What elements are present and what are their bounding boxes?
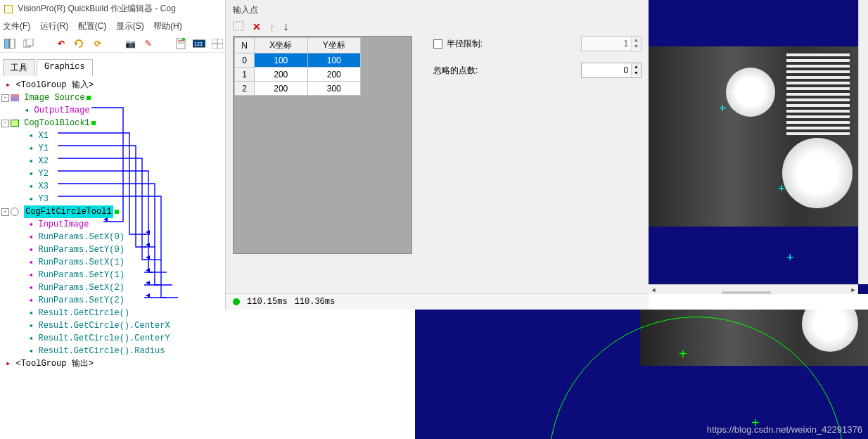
tree-setx1[interactable]: ◂ RunParams.SetX(1) [1, 256, 224, 269]
cell-y[interactable]: 300 [307, 82, 361, 96]
ignore-points-spinner[interactable]: ▲▼ [581, 63, 642, 78]
table-row[interactable]: 0100100 [235, 53, 361, 68]
cap-circle-b [802, 310, 858, 352]
scroll-right-icon[interactable]: ► [848, 285, 858, 295]
points-grid[interactable]: N X坐标 Y坐标 010010012002002200300 [234, 37, 361, 96]
left-panel: 工具 Graphics ▸ <ToolGroup 输入> - Image Sou… [0, 59, 225, 439]
spin-down-icon[interactable]: ▼ [632, 43, 641, 49]
image-viewer-top[interactable]: + + + ◄ ► [649, 0, 868, 294]
tree-centery[interactable]: ◂ Result.GetCircle().CenterY [1, 332, 224, 345]
properties-controls: 半径限制: ▲▼ 忽略的点数: ▲▼ [412, 36, 642, 254]
tree-x2[interactable]: ◂ X2 [1, 155, 224, 167]
col-y[interactable]: Y坐标 [307, 38, 361, 53]
fit-cross-1: + [679, 346, 687, 362]
svg-text:123: 123 [194, 42, 203, 46]
tree-y1[interactable]: ◂ Y1 [1, 142, 224, 155]
tree-sety2[interactable]: ◂ RunParams.SetY(2) [1, 294, 224, 307]
tree-sety0[interactable]: ◂ RunParams.SetY(0) [1, 243, 224, 256]
menu-help[interactable]: 帮助(H) [153, 21, 182, 31]
status-ok-icon [233, 298, 240, 305]
select-rect-icon[interactable] [233, 21, 244, 33]
cell-y[interactable]: 200 [307, 68, 361, 82]
toolbar-copy-icon[interactable] [23, 38, 35, 49]
watermark-text: https://blog.csdn.net/weixin_42291376 [707, 424, 862, 435]
tree-x1[interactable]: ◂ X1 [1, 129, 224, 142]
row-index: 0 [235, 53, 255, 68]
down-arrow-icon[interactable]: ↓ [283, 20, 289, 33]
menu-config[interactable]: 配置(C) [78, 21, 107, 31]
tree-radius[interactable]: ◂ Result.GetCircle().Radius [1, 345, 224, 357]
delete-icon[interactable]: ✕ [253, 21, 261, 32]
menu-file[interactable]: 文件(F) [3, 21, 30, 31]
properties-title: 输入点 [226, 0, 649, 18]
toolbar-refresh-icon[interactable]: ⟳ [91, 38, 104, 49]
scrollbar-horizontal[interactable]: ◄ ► [649, 284, 858, 294]
tree-getcircle[interactable]: ◂ Result.GetCircle() [1, 307, 224, 319]
tree-centerx[interactable]: ◂ Result.GetCircle().CenterX [1, 319, 224, 332]
toolbar-redo-icon[interactable] [73, 38, 86, 49]
scroll-left-icon[interactable]: ◄ [649, 285, 658, 295]
radius-limit-spinner[interactable]: ▲▼ [581, 36, 642, 51]
svg-marker-4 [75, 42, 78, 46]
tree-toolgroup-output[interactable]: ▸ <ToolGroup 输出> [1, 357, 224, 370]
toolbar-pencil-icon[interactable]: ✎ [142, 38, 155, 49]
properties-panel: 输入点 ✕ ↑ ↓ N X坐标 Y坐标 01001001200200220030… [225, 0, 649, 310]
svg-rect-1 [10, 39, 15, 49]
app-icon [4, 5, 13, 13]
marker-cross-2: + [778, 184, 786, 193]
table-row[interactable]: 2200300 [235, 82, 361, 96]
tree-image-source[interactable]: - Image Source [1, 91, 224, 104]
marker-cross-1: + [719, 104, 727, 113]
cell-y[interactable]: 100 [307, 53, 361, 68]
cell-x[interactable]: 100 [255, 53, 308, 68]
toolbar-note-icon[interactable] [174, 38, 187, 49]
cap-circle-1 [726, 68, 775, 117]
toolbar-undo-icon[interactable]: ↶ [55, 38, 68, 49]
tool-tree: ▸ <ToolGroup 输入> - Image Source ◂ Output… [0, 76, 225, 373]
scrollbar-vertical[interactable] [858, 0, 868, 284]
tree-y3[interactable]: ◂ Y3 [1, 193, 224, 205]
toolbar-grid-icon[interactable] [211, 38, 224, 49]
row-index: 2 [235, 82, 255, 96]
spin-up-icon[interactable]: ▲ [632, 37, 641, 43]
left-tabs: 工具 Graphics [0, 59, 225, 76]
image-viewer-bottom[interactable]: + + https://blog.csdn.net/weixin_4229137… [415, 310, 868, 439]
toolbar-camera-icon[interactable]: 📷 [124, 38, 136, 49]
radius-limit-label: 半径限制: [447, 38, 581, 50]
ignore-points-label: 忽略的点数: [433, 65, 581, 77]
tab-graphics[interactable]: Graphics [37, 59, 93, 76]
spin-down-icon[interactable]: ▼ [632, 70, 641, 76]
tab-tools[interactable]: 工具 [3, 59, 35, 76]
up-arrow-icon[interactable]: ↑ [269, 21, 275, 33]
tree-cogtoolblock[interactable]: - CogToolBlock1 [1, 117, 224, 129]
cell-x[interactable]: 200 [255, 82, 308, 96]
marker-cross-3: + [786, 253, 794, 262]
properties-toolbar: ✕ ↑ ↓ [226, 18, 649, 36]
tree-x3[interactable]: ◂ X3 [1, 180, 224, 193]
tree-setx2[interactable]: ◂ RunParams.SetX(2) [1, 281, 224, 294]
toolbar-counter-icon[interactable]: 123 [193, 38, 205, 49]
scroll-thumb[interactable] [722, 291, 771, 295]
col-x[interactable]: X坐标 [255, 38, 308, 53]
status-time-2: 110.36ms [295, 297, 336, 307]
svg-rect-3 [26, 39, 33, 46]
cell-x[interactable]: 200 [255, 68, 308, 82]
tree-cogfitcircle[interactable]: - CogFitCircleTool1 [1, 205, 224, 218]
menu-show[interactable]: 显示(S) [116, 21, 144, 31]
tree-y2[interactable]: ◂ Y2 [1, 167, 224, 180]
table-row[interactable]: 1200200 [235, 68, 361, 82]
toolbar-layout-icon[interactable] [4, 38, 17, 49]
tree-setx0[interactable]: ◂ RunParams.SetX(0) [1, 231, 224, 243]
spin-up-icon[interactable]: ▲ [632, 63, 641, 70]
tree-sety1[interactable]: ◂ RunParams.SetY(1) [1, 269, 224, 281]
cap-circle-2 [782, 138, 853, 208]
points-grid-container: N X坐标 Y坐标 010010012002002200300 [233, 36, 412, 254]
tree-toolgroup-input[interactable]: ▸ <ToolGroup 输入> [1, 79, 224, 91]
ignore-points-input[interactable] [582, 63, 631, 77]
tree-output-image[interactable]: ◂ OutputImage [1, 104, 224, 117]
radius-limit-checkbox[interactable] [433, 39, 442, 49]
radius-limit-input[interactable] [582, 37, 631, 51]
tree-input-image[interactable]: ◂ InputImage [1, 218, 224, 231]
menu-run[interactable]: 运行(R) [40, 21, 69, 31]
col-n[interactable]: N [235, 38, 255, 53]
